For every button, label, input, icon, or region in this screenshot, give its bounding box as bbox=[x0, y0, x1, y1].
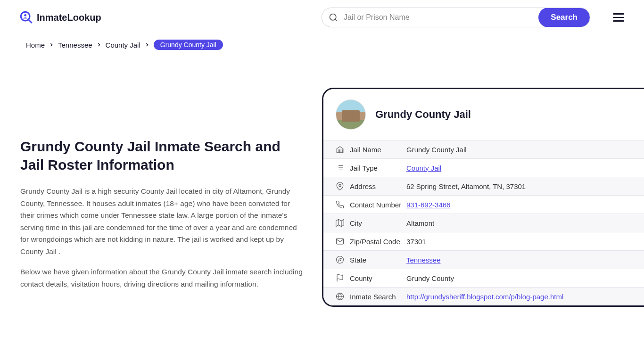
svg-point-15 bbox=[339, 184, 341, 187]
info-label: County bbox=[350, 274, 406, 282]
search-container: Search bbox=[322, 8, 590, 27]
hamburger-menu-icon[interactable] bbox=[613, 13, 624, 22]
logo-text: InmateLookup bbox=[37, 12, 101, 23]
search-icon-wrapper bbox=[322, 13, 338, 22]
avatar bbox=[336, 99, 366, 130]
main-content: Grundy County Jail Inmate Search and Jai… bbox=[0, 59, 644, 307]
mail-icon bbox=[336, 237, 344, 246]
breadcrumb-tennessee[interactable]: Tennessee bbox=[58, 41, 92, 49]
info-label: State bbox=[350, 256, 406, 264]
info-value: Grundy County Jail bbox=[406, 146, 467, 154]
info-row-jail-name: Jail Name Grundy County Jail bbox=[323, 140, 644, 158]
info-row-inmate-search: Inmate Search http://grundysheriff.blogs… bbox=[323, 287, 644, 305]
info-row-zip: Zip/Postal Code 37301 bbox=[323, 232, 644, 250]
right-column: Grundy County Jail Jail Name Grundy Coun… bbox=[322, 59, 644, 307]
search-person-icon bbox=[20, 11, 33, 24]
info-value: Grundy County bbox=[406, 274, 454, 282]
building-icon bbox=[336, 145, 344, 154]
svg-marker-20 bbox=[339, 258, 341, 261]
info-row-state: State Tennessee bbox=[323, 250, 644, 269]
header: InmateLookup Search bbox=[0, 0, 644, 35]
info-value: 62 Spring Street, Altamont, TN, 37301 bbox=[406, 182, 526, 190]
search-input[interactable] bbox=[338, 8, 538, 26]
card-title: Grundy County Jail bbox=[375, 108, 471, 121]
info-label: Jail Name bbox=[350, 146, 406, 154]
info-label: Zip/Postal Code bbox=[350, 238, 406, 246]
chevron-right-icon bbox=[144, 42, 150, 48]
breadcrumb: Home Tennessee County Jail Grundy County… bbox=[0, 35, 644, 55]
info-card: Grundy County Jail Jail Name Grundy Coun… bbox=[322, 88, 644, 307]
flag-icon bbox=[336, 274, 344, 282]
chevron-right-icon bbox=[96, 42, 102, 48]
info-value: Altamont bbox=[406, 219, 434, 227]
globe-icon bbox=[336, 292, 344, 301]
info-row-contact: Contact Number 931-692-3466 bbox=[323, 195, 644, 214]
svg-line-1 bbox=[29, 20, 32, 23]
logo[interactable]: InmateLookup bbox=[20, 11, 101, 24]
description-paragraph-1: Grundy County Jail is a high security Co… bbox=[20, 185, 303, 257]
svg-point-3 bbox=[330, 14, 336, 20]
info-row-address: Address 62 Spring Street, Altamont, TN, … bbox=[323, 177, 644, 195]
left-column: Grundy County Jail Inmate Search and Jai… bbox=[20, 59, 303, 307]
info-label: City bbox=[350, 219, 406, 227]
page-title: Grundy County Jail Inmate Search and Jai… bbox=[20, 137, 303, 174]
svg-point-0 bbox=[21, 12, 30, 21]
search-button[interactable]: Search bbox=[538, 8, 590, 27]
card-header: Grundy County Jail bbox=[323, 89, 644, 140]
search-icon bbox=[329, 13, 338, 22]
breadcrumb-county-jail[interactable]: County Jail bbox=[106, 41, 140, 49]
svg-point-19 bbox=[337, 256, 344, 263]
contact-link[interactable]: 931-692-3466 bbox=[406, 201, 450, 209]
info-label: Address bbox=[350, 182, 406, 190]
phone-icon bbox=[336, 200, 344, 209]
inmate-search-link[interactable]: http://grundysheriff.blogspot.com/p/blog… bbox=[406, 293, 563, 301]
info-row-city: City Altamont bbox=[323, 214, 644, 232]
description-paragraph-2: Below we have given information about th… bbox=[20, 266, 303, 290]
jail-type-link[interactable]: County Jail bbox=[406, 164, 441, 172]
info-row-county: County Grundy County bbox=[323, 269, 644, 287]
map-pin-icon bbox=[336, 182, 344, 190]
state-link[interactable]: Tennessee bbox=[406, 256, 441, 264]
info-label: Inmate Search bbox=[350, 293, 406, 301]
header-right: Search bbox=[322, 8, 624, 27]
breadcrumb-current: Grundy County Jail bbox=[154, 40, 223, 50]
svg-marker-16 bbox=[336, 220, 344, 227]
info-label: Contact Number bbox=[350, 201, 406, 209]
map-icon bbox=[336, 219, 344, 227]
info-value: 37301 bbox=[406, 238, 426, 246]
list-icon bbox=[336, 164, 344, 172]
breadcrumb-home[interactable]: Home bbox=[26, 41, 45, 49]
compass-icon bbox=[336, 255, 344, 264]
svg-point-2 bbox=[24, 14, 26, 16]
chevron-right-icon bbox=[49, 42, 54, 48]
info-label: Jail Type bbox=[350, 164, 406, 172]
info-row-jail-type: Jail Type County Jail bbox=[323, 158, 644, 177]
svg-line-4 bbox=[335, 19, 337, 21]
